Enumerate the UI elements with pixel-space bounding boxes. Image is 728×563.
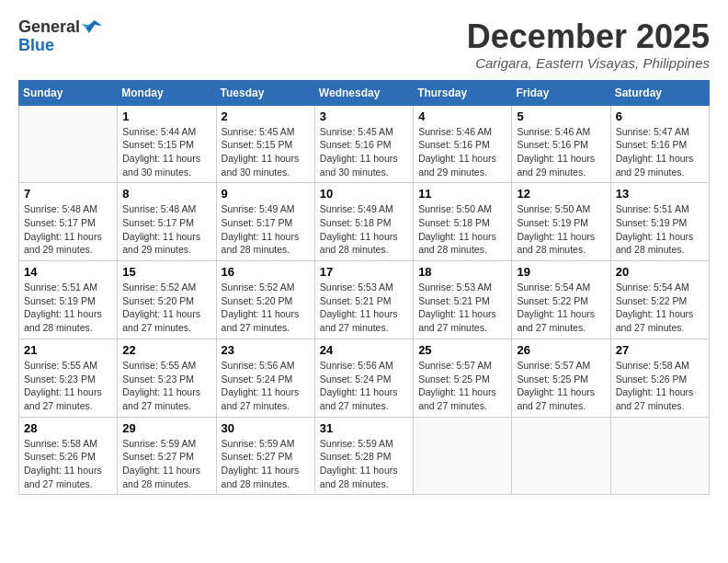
page-header: General Blue December 2025 Carigara, Eas… — [18, 18, 710, 71]
day-info: Sunrise: 5:56 AM Sunset: 5:24 PM Dayligh… — [222, 359, 310, 413]
day-info: Sunrise: 5:59 AM Sunset: 5:27 PM Dayligh… — [122, 437, 210, 491]
weekday-header: Tuesday — [216, 80, 314, 105]
calendar-cell: 14Sunrise: 5:51 AM Sunset: 5:19 PM Dayli… — [19, 261, 118, 339]
weekday-header: Thursday — [414, 80, 512, 105]
calendar-cell: 15Sunrise: 5:52 AM Sunset: 5:20 PM Dayli… — [118, 261, 216, 339]
calendar-cell: 25Sunrise: 5:57 AM Sunset: 5:25 PM Dayli… — [414, 339, 512, 417]
calendar-cell: 9Sunrise: 5:49 AM Sunset: 5:17 PM Daylig… — [216, 183, 314, 261]
calendar-cell: 27Sunrise: 5:58 AM Sunset: 5:26 PM Dayli… — [610, 339, 709, 417]
calendar-cell: 29Sunrise: 5:59 AM Sunset: 5:27 PM Dayli… — [118, 417, 216, 495]
day-info: Sunrise: 5:50 AM Sunset: 5:18 PM Dayligh… — [418, 202, 506, 257]
weekday-header: Saturday — [610, 80, 709, 105]
calendar-cell: 16Sunrise: 5:52 AM Sunset: 5:20 PM Dayli… — [216, 261, 314, 339]
calendar-cell: 23Sunrise: 5:56 AM Sunset: 5:24 PM Dayli… — [216, 339, 314, 417]
calendar-cell: 17Sunrise: 5:53 AM Sunset: 5:21 PM Dayli… — [314, 261, 413, 339]
day-info: Sunrise: 5:55 AM Sunset: 5:23 PM Dayligh… — [24, 359, 112, 413]
calendar-week-row: 1Sunrise: 5:44 AM Sunset: 5:15 PM Daylig… — [19, 105, 710, 183]
calendar-table: SundayMondayTuesdayWednesdayThursdayFrid… — [18, 80, 710, 496]
day-info: Sunrise: 5:46 AM Sunset: 5:16 PM Dayligh… — [517, 125, 605, 179]
day-number: 15 — [122, 265, 210, 279]
day-number: 27 — [616, 343, 704, 357]
weekday-header: Sunday — [19, 80, 118, 105]
calendar-cell: 7Sunrise: 5:48 AM Sunset: 5:17 PM Daylig… — [19, 183, 118, 261]
day-number: 9 — [222, 187, 310, 201]
day-number: 7 — [24, 187, 112, 201]
page-subtitle: Carigara, Eastern Visayas, Philippines — [467, 55, 710, 71]
day-info: Sunrise: 5:59 AM Sunset: 5:28 PM Dayligh… — [320, 437, 408, 491]
day-info: Sunrise: 5:47 AM Sunset: 5:16 PM Dayligh… — [616, 125, 704, 179]
day-number: 11 — [418, 187, 506, 201]
day-info: Sunrise: 5:58 AM Sunset: 5:26 PM Dayligh… — [24, 437, 112, 491]
day-number: 18 — [418, 265, 506, 279]
calendar-cell: 28Sunrise: 5:58 AM Sunset: 5:26 PM Dayli… — [19, 417, 118, 495]
calendar-cell: 22Sunrise: 5:55 AM Sunset: 5:23 PM Dayli… — [118, 339, 216, 417]
day-info: Sunrise: 5:56 AM Sunset: 5:24 PM Dayligh… — [320, 359, 408, 413]
calendar-cell: 5Sunrise: 5:46 AM Sunset: 5:16 PM Daylig… — [512, 105, 610, 183]
calendar-cell: 21Sunrise: 5:55 AM Sunset: 5:23 PM Dayli… — [19, 339, 118, 417]
calendar-cell: 10Sunrise: 5:49 AM Sunset: 5:18 PM Dayli… — [314, 183, 413, 261]
calendar-cell: 2Sunrise: 5:45 AM Sunset: 5:15 PM Daylig… — [216, 105, 314, 183]
day-number: 30 — [222, 421, 310, 435]
day-info: Sunrise: 5:51 AM Sunset: 5:19 PM Dayligh… — [616, 202, 704, 257]
day-number: 29 — [122, 421, 210, 435]
day-info: Sunrise: 5:49 AM Sunset: 5:18 PM Dayligh… — [320, 202, 408, 257]
day-number: 8 — [122, 187, 210, 201]
day-info: Sunrise: 5:46 AM Sunset: 5:16 PM Dayligh… — [418, 125, 506, 179]
calendar-cell: 31Sunrise: 5:59 AM Sunset: 5:28 PM Dayli… — [314, 417, 413, 495]
title-area: December 2025 Carigara, Eastern Visayas,… — [467, 18, 710, 71]
day-number: 28 — [24, 421, 112, 435]
day-number: 19 — [517, 265, 605, 279]
day-number: 16 — [222, 265, 310, 279]
day-info: Sunrise: 5:59 AM Sunset: 5:27 PM Dayligh… — [222, 437, 310, 491]
weekday-header: Monday — [118, 80, 216, 105]
calendar-cell: 19Sunrise: 5:54 AM Sunset: 5:22 PM Dayli… — [512, 261, 610, 339]
day-info: Sunrise: 5:48 AM Sunset: 5:17 PM Dayligh… — [122, 202, 210, 257]
day-number: 26 — [517, 343, 605, 357]
calendar-cell — [610, 417, 709, 495]
day-number: 21 — [24, 343, 112, 357]
calendar-cell: 18Sunrise: 5:53 AM Sunset: 5:21 PM Dayli… — [414, 261, 512, 339]
calendar-week-row: 14Sunrise: 5:51 AM Sunset: 5:19 PM Dayli… — [19, 261, 710, 339]
logo-bird-icon — [82, 20, 102, 35]
calendar-cell: 24Sunrise: 5:56 AM Sunset: 5:24 PM Dayli… — [314, 339, 413, 417]
day-info: Sunrise: 5:55 AM Sunset: 5:23 PM Dayligh… — [122, 359, 210, 413]
calendar-cell: 26Sunrise: 5:57 AM Sunset: 5:25 PM Dayli… — [512, 339, 610, 417]
day-number: 1 — [122, 109, 210, 123]
calendar-cell: 1Sunrise: 5:44 AM Sunset: 5:15 PM Daylig… — [118, 105, 216, 183]
day-info: Sunrise: 5:50 AM Sunset: 5:19 PM Dayligh… — [517, 202, 605, 257]
weekday-header: Friday — [512, 80, 610, 105]
day-number: 12 — [517, 187, 605, 201]
calendar-cell — [512, 417, 610, 495]
day-info: Sunrise: 5:54 AM Sunset: 5:22 PM Dayligh… — [517, 281, 605, 335]
calendar-week-row: 28Sunrise: 5:58 AM Sunset: 5:26 PM Dayli… — [19, 417, 710, 495]
day-info: Sunrise: 5:54 AM Sunset: 5:22 PM Dayligh… — [616, 281, 704, 335]
logo-blue: Blue — [18, 37, 102, 55]
calendar-cell — [414, 417, 512, 495]
svg-marker-0 — [85, 20, 102, 33]
day-info: Sunrise: 5:58 AM Sunset: 5:26 PM Dayligh… — [616, 359, 704, 413]
day-info: Sunrise: 5:57 AM Sunset: 5:25 PM Dayligh… — [517, 359, 605, 413]
day-number: 17 — [320, 265, 408, 279]
day-number: 25 — [418, 343, 506, 357]
calendar-cell: 12Sunrise: 5:50 AM Sunset: 5:19 PM Dayli… — [512, 183, 610, 261]
day-info: Sunrise: 5:44 AM Sunset: 5:15 PM Dayligh… — [122, 125, 210, 179]
day-number: 13 — [616, 187, 704, 201]
day-info: Sunrise: 5:48 AM Sunset: 5:17 PM Dayligh… — [24, 202, 112, 257]
day-info: Sunrise: 5:45 AM Sunset: 5:15 PM Dayligh… — [222, 125, 310, 179]
calendar-week-row: 21Sunrise: 5:55 AM Sunset: 5:23 PM Dayli… — [19, 339, 710, 417]
day-number: 22 — [122, 343, 210, 357]
day-number: 5 — [517, 109, 605, 123]
page-title: December 2025 — [467, 18, 710, 55]
day-number: 24 — [320, 343, 408, 357]
day-info: Sunrise: 5:45 AM Sunset: 5:16 PM Dayligh… — [320, 125, 408, 179]
calendar-cell: 3Sunrise: 5:45 AM Sunset: 5:16 PM Daylig… — [314, 105, 413, 183]
day-info: Sunrise: 5:53 AM Sunset: 5:21 PM Dayligh… — [320, 281, 408, 335]
calendar-cell: 30Sunrise: 5:59 AM Sunset: 5:27 PM Dayli… — [216, 417, 314, 495]
logo: General Blue — [18, 18, 102, 55]
calendar-cell: 20Sunrise: 5:54 AM Sunset: 5:22 PM Dayli… — [610, 261, 709, 339]
calendar-cell — [19, 105, 118, 183]
calendar-week-row: 7Sunrise: 5:48 AM Sunset: 5:17 PM Daylig… — [19, 183, 710, 261]
day-info: Sunrise: 5:53 AM Sunset: 5:21 PM Dayligh… — [418, 281, 506, 335]
calendar-cell: 8Sunrise: 5:48 AM Sunset: 5:17 PM Daylig… — [118, 183, 216, 261]
day-number: 4 — [418, 109, 506, 123]
